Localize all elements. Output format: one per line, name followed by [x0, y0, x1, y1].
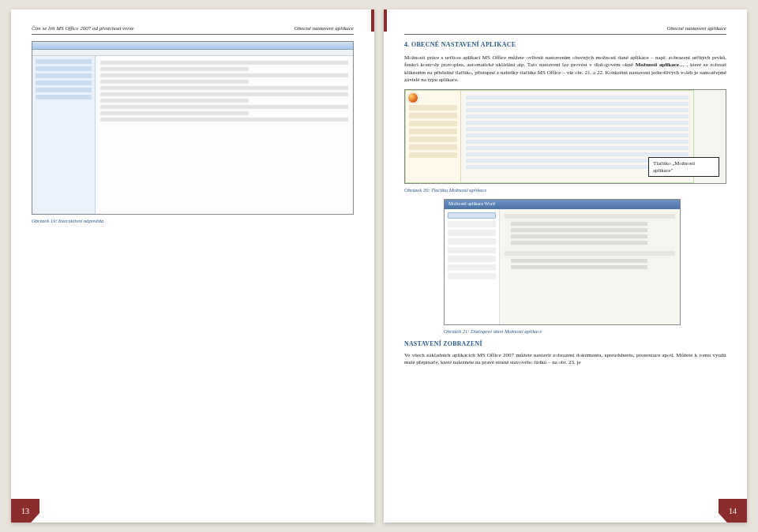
dialog-field-row — [511, 259, 647, 263]
header-right-text: Obecné nastavení aplikace — [295, 25, 354, 32]
dialog-nav-item — [448, 238, 496, 245]
dialog-nav-item — [448, 273, 496, 279]
office-menu-left — [406, 91, 461, 182]
recent-item — [466, 152, 689, 156]
sidebar-item — [36, 59, 92, 64]
window-toolbar — [32, 50, 353, 56]
recent-item — [466, 114, 689, 118]
recent-item — [466, 96, 689, 99]
section-title: 4. OBECNÉ NASTAVENÍ APLIKACE — [404, 41, 726, 48]
page-number-text: 14 — [729, 507, 737, 515]
sidebar-item — [36, 73, 92, 78]
recent-item — [466, 102, 689, 106]
page-header: Obecné nastavení aplikace — [404, 25, 726, 35]
dialog-content — [500, 209, 680, 324]
recent-item — [466, 140, 689, 144]
recent-item — [466, 133, 689, 137]
recent-item — [466, 108, 689, 112]
sidebar-item — [36, 95, 92, 99]
recent-item — [466, 127, 689, 131]
paragraph-2: Ve všech základních aplikacích MS Office… — [404, 352, 726, 367]
dialog-checkbox-row — [511, 241, 647, 245]
figure-19 — [32, 41, 354, 215]
page-accent — [371, 9, 374, 32]
dialog-titlebar: Možnosti aplikace Word — [445, 200, 680, 209]
figure-20: Tlačítko „Možnosti aplikace" — [404, 89, 726, 184]
dialog-field-row — [511, 265, 647, 269]
content-row — [100, 118, 348, 122]
menu-item — [409, 129, 457, 134]
dialog-nav — [445, 209, 500, 324]
sidebar-item — [36, 81, 92, 85]
sidebar-item — [36, 66, 92, 71]
header-left-text: Čím se liší MS Office 2007 od předchozí … — [32, 25, 134, 32]
help-content — [96, 56, 353, 214]
recent-item — [466, 146, 689, 150]
office-button-icon — [407, 92, 418, 103]
dialog-nav-item — [448, 247, 496, 253]
page-number: 14 — [719, 499, 747, 523]
menu-item — [409, 121, 457, 126]
page-right: Obecné nastavení aplikace 4. OBECNÉ NAST… — [384, 9, 747, 523]
content-row — [100, 80, 249, 84]
content-row — [100, 73, 348, 77]
dialog-nav-item — [448, 230, 496, 236]
window-body — [32, 56, 353, 214]
dialog-nav-item — [448, 221, 496, 227]
content-row — [100, 67, 249, 71]
header-right-text: Obecné nastavení aplikace — [667, 25, 726, 32]
dialog-nav-item — [448, 212, 496, 219]
para1-bold: Možnosti aplikace… — [636, 62, 685, 68]
content-row — [100, 111, 249, 115]
figure-21-caption: Obrázek 21: Dialogové okno Možnosti apli… — [444, 328, 726, 334]
page-left: Čím se liší MS Office 2007 od předchozí … — [11, 9, 374, 523]
content-row — [100, 61, 348, 65]
content-row — [100, 92, 348, 96]
figure-21: Možnosti aplikace Word — [444, 199, 681, 325]
callout-options-button: Tlačítko „Možnosti aplikace" — [648, 157, 719, 176]
recent-item — [466, 121, 689, 125]
dialog-checkbox-row — [511, 228, 647, 232]
dialog-heading — [505, 251, 675, 256]
page-number-text: 13 — [21, 507, 29, 515]
menu-item — [409, 144, 457, 150]
section-subtitle: NASTAVENÍ ZOBRAZENÍ — [404, 340, 726, 347]
dialog-checkbox-row — [511, 222, 647, 226]
menu-item — [409, 137, 457, 142]
dialog-heading — [505, 214, 675, 219]
dialog-checkbox-row — [511, 234, 647, 238]
dialog-nav-item — [448, 256, 496, 262]
menu-item — [409, 105, 457, 111]
menu-item — [409, 152, 457, 158]
figure-19-caption: Obrázek 19: Interaktivní nápověda — [32, 218, 354, 223]
dialog-nav-item — [448, 264, 496, 271]
page-header: Čím se liší MS Office 2007 od předchozí … — [32, 25, 354, 35]
page-accent — [384, 9, 387, 32]
page-number: 13 — [11, 499, 39, 523]
sidebar-item — [36, 88, 92, 92]
dialog-body — [445, 209, 680, 324]
help-sidebar — [32, 56, 96, 214]
menu-item — [409, 113, 457, 118]
content-row — [100, 105, 348, 109]
paragraph-1: Možnosti práce s určitou aplikací MS Off… — [404, 54, 726, 84]
figure-20-caption: Obrázek 20: Tlačítko Možnosti aplikace — [404, 187, 726, 193]
content-row — [100, 86, 348, 90]
content-row — [100, 99, 249, 103]
window-titlebar — [32, 42, 353, 50]
